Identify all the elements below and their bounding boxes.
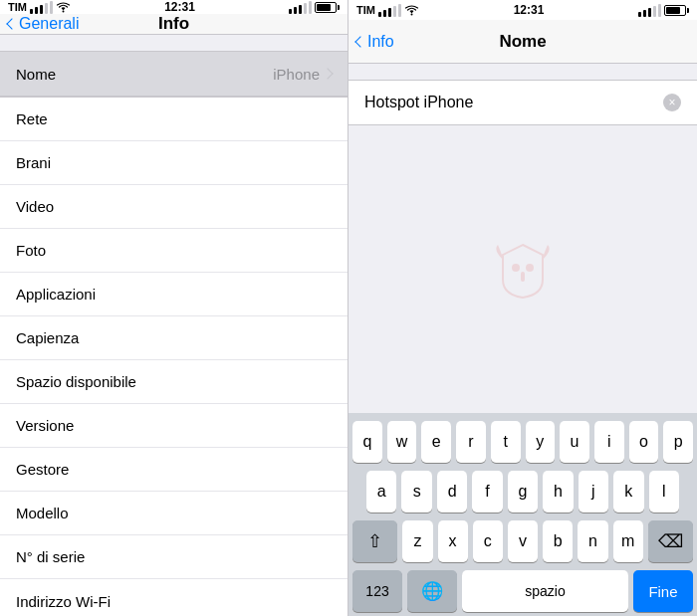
signal-bar-2: [35, 7, 38, 14]
name-group-left: Nome iPhone: [0, 51, 348, 97]
panel-left: TIM 12:31: [0, 0, 348, 616]
list-item-video[interactable]: Video: [0, 185, 348, 229]
key-t[interactable]: t: [491, 421, 521, 463]
status-bar-right: TIM 12:31: [348, 0, 697, 20]
list-item-capienza[interactable]: Capienza: [0, 316, 348, 360]
list-item-serie[interactable]: N° di serie: [0, 535, 348, 579]
battery-right: [664, 5, 689, 16]
signal-bar-4: [45, 3, 48, 14]
list-item-spazio[interactable]: Spazio disponibile: [0, 360, 348, 404]
key-m[interactable]: m: [613, 520, 643, 562]
list-item-wifi[interactable]: Indirizzo Wi-Fi: [0, 579, 348, 616]
label-capienza: Capienza: [16, 329, 79, 346]
list-item-foto[interactable]: Foto: [0, 229, 348, 273]
key-d[interactable]: d: [437, 471, 467, 513]
list-item-modello[interactable]: Modello: [0, 492, 348, 535]
key-x[interactable]: x: [438, 520, 468, 562]
time-left: 12:31: [164, 0, 195, 14]
space-key[interactable]: spazio: [462, 570, 628, 612]
key-f[interactable]: f: [472, 471, 502, 513]
key-p[interactable]: p: [663, 421, 693, 463]
list-item-versione[interactable]: Versione: [0, 404, 348, 448]
key-y[interactable]: y: [526, 421, 556, 463]
watermark-area: [348, 125, 697, 413]
key-v[interactable]: v: [508, 520, 538, 562]
svg-point-1: [410, 13, 412, 15]
clear-button[interactable]: ×: [663, 94, 681, 111]
key-g[interactable]: g: [508, 471, 538, 513]
key-w[interactable]: w: [387, 421, 417, 463]
name-section-left: Nome iPhone: [0, 51, 348, 97]
key-u[interactable]: u: [560, 421, 589, 463]
key-b[interactable]: b: [543, 520, 573, 562]
key-s[interactable]: s: [401, 471, 431, 513]
nome-label: Nome: [16, 66, 56, 83]
key-n[interactable]: n: [578, 520, 607, 562]
label-brani: Brani: [16, 154, 51, 171]
nome-value-group: iPhone: [273, 66, 332, 83]
nome-chevron: [322, 68, 333, 79]
wifi-icon-right: [404, 5, 419, 16]
key-l[interactable]: l: [649, 471, 679, 513]
list-group-left: Rete Brani Video Foto Applicazioni Capie…: [0, 97, 348, 616]
shift-key[interactable]: ⇧: [352, 520, 397, 562]
battery-fill-right: [666, 7, 680, 14]
keyboard-row-2: a s d f g h j k l: [352, 471, 693, 513]
list-item-rete[interactable]: Rete: [0, 98, 348, 141]
delete-key[interactable]: ⌫: [648, 520, 693, 562]
label-gestore: Gestore: [16, 461, 69, 478]
key-o[interactable]: o: [629, 421, 659, 463]
label-foto: Foto: [16, 242, 46, 259]
battery-fill-left: [317, 4, 331, 11]
chevron-left-icon-left: [6, 18, 17, 29]
battery-tip-right: [687, 8, 689, 13]
back-button-left[interactable]: Generali: [8, 15, 79, 33]
key-z[interactable]: z: [402, 520, 432, 562]
label-rete: Rete: [16, 110, 48, 127]
keyboard-row-4: 123 🌐 spazio Fine: [352, 570, 693, 612]
signal-right-right: [638, 4, 661, 17]
name-input[interactable]: [364, 94, 663, 111]
nav-title-right: Nome: [499, 32, 546, 52]
svg-point-2: [512, 264, 520, 272]
key-r[interactable]: r: [456, 421, 486, 463]
signal-right-left: [289, 1, 312, 14]
key-j[interactable]: j: [579, 471, 608, 513]
battery-body-left: [315, 2, 337, 13]
list-item-applicazioni[interactable]: Applicazioni: [0, 273, 348, 316]
right-status-left: [289, 1, 340, 14]
label-wifi: Indirizzo Wi-Fi: [16, 593, 111, 610]
wifi-icon-left: [56, 2, 71, 13]
done-key[interactable]: Fine: [633, 570, 693, 612]
name-input-row[interactable]: ×: [348, 81, 697, 124]
list-item-brani[interactable]: Brani: [0, 141, 348, 185]
globe-key[interactable]: 🌐: [407, 570, 457, 612]
back-button-right[interactable]: Info: [356, 33, 394, 51]
key-c[interactable]: c: [473, 520, 503, 562]
key-h[interactable]: h: [543, 471, 573, 513]
time-right: 12:31: [514, 3, 545, 17]
name-field-container: ×: [348, 80, 697, 125]
list-item-gestore[interactable]: Gestore: [0, 448, 348, 492]
nav-title-left: Info: [158, 14, 189, 34]
signal-bar-1: [30, 9, 33, 14]
label-serie: N° di serie: [16, 548, 85, 565]
svg-point-0: [62, 10, 64, 12]
key-q[interactable]: q: [352, 421, 382, 463]
key-i[interactable]: i: [594, 421, 624, 463]
battery-tip-left: [338, 5, 340, 10]
signal-bar-3: [40, 5, 43, 14]
svg-rect-4: [521, 272, 525, 282]
key-k[interactable]: k: [613, 471, 643, 513]
key-a[interactable]: a: [366, 471, 396, 513]
carrier-right: TIM: [356, 4, 375, 16]
back-label-left: Generali: [19, 15, 79, 33]
keyboard-row-1: q w e r t y u i o p: [352, 421, 693, 463]
signal-bar-5: [50, 1, 53, 14]
chevron-left-icon-right: [354, 36, 365, 47]
key-e[interactable]: e: [421, 421, 451, 463]
right-status-right: [638, 4, 689, 17]
battery-left: [315, 2, 340, 13]
num-key[interactable]: 123: [352, 570, 402, 612]
nome-row[interactable]: Nome iPhone: [0, 52, 348, 96]
